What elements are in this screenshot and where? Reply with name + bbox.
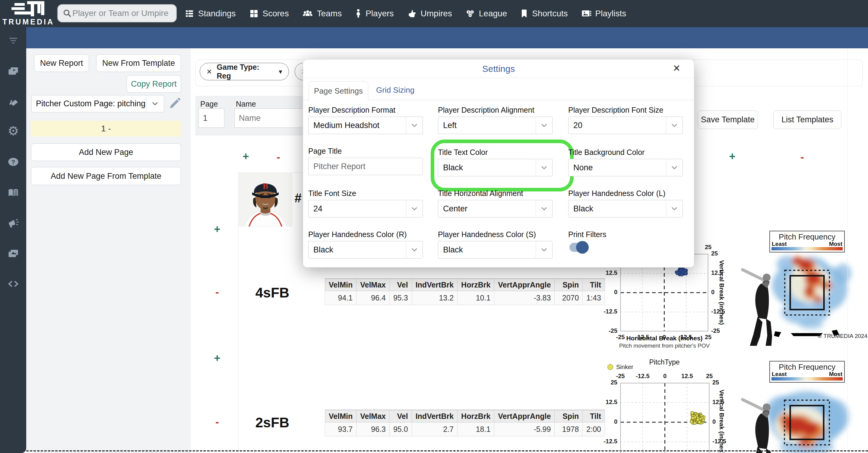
pitch-type-label: 4sFB — [250, 284, 295, 301]
nav-standings[interactable]: Standings — [185, 9, 236, 19]
code-icon[interactable] — [7, 278, 19, 290]
player-handedness-color-l-select[interactable]: Black — [568, 200, 683, 218]
add-column-button[interactable]: + — [727, 150, 737, 163]
field-label: Player Description Format — [308, 106, 395, 114]
svg-text:B: B — [263, 181, 268, 191]
scale-max-label: Most — [829, 241, 843, 247]
print-filters-toggle[interactable] — [569, 243, 587, 252]
report-toolbar-strip — [26, 27, 868, 48]
copyright-credit: © TRUMEDIA 2024 — [818, 333, 867, 339]
axis-tick-label: 25 — [712, 379, 736, 386]
report-select[interactable]: Pitcher Custom Page: pitching -... — [31, 95, 164, 112]
page-list-item-active[interactable]: 1 - — [31, 121, 181, 137]
remove-row-button[interactable]: - — [212, 416, 222, 428]
title-text-color-select[interactable]: Black — [438, 159, 553, 176]
search-input[interactable] — [72, 8, 169, 19]
player-description-format-select[interactable]: Medium Headshot — [308, 117, 423, 134]
gear-icon[interactable]: ⚙ — [7, 125, 19, 137]
col-header[interactable]: VertApprAngle — [494, 410, 555, 423]
axis-tick-label: -12.5 — [594, 438, 617, 445]
league-icon — [465, 9, 475, 19]
title-background-color-select[interactable]: None — [568, 159, 683, 176]
save-template-button[interactable]: Save Template — [698, 111, 758, 129]
stat-cell: 2070 — [555, 291, 583, 305]
remove-column-button[interactable]: - — [273, 151, 283, 163]
trumedia-logo[interactable]: TRUMEDIA — [2, 1, 53, 27]
col-header[interactable]: VelMin — [325, 410, 356, 423]
nav-umpires[interactable]: Umpires — [407, 9, 452, 19]
nav-scores[interactable]: Scores — [249, 9, 289, 19]
col-header[interactable]: VertApprAngle — [494, 279, 555, 291]
scatter2-legend: Sinker — [608, 364, 633, 371]
nav-playlists[interactable]: Playlists — [581, 9, 626, 19]
left-icon-sidebar: ⚙ ? — [0, 27, 26, 453]
axis-tick-label: 25 — [696, 334, 720, 341]
chevron-down-icon — [536, 159, 552, 176]
image-gallery-icon[interactable] — [7, 247, 19, 259]
col-header[interactable]: HorzBrk — [458, 279, 494, 291]
player-description-font-size-select[interactable]: 20 — [568, 117, 683, 134]
scale-min-label: Least — [772, 241, 787, 247]
tab-grid-sizing[interactable]: Grid Sizing — [376, 85, 414, 95]
chevron-down-icon — [406, 200, 423, 217]
remove-filter-icon[interactable]: × — [207, 66, 212, 77]
nav-teams[interactable]: Teams — [302, 9, 342, 19]
col-header[interactable]: Spin — [555, 279, 583, 291]
umpires-icon — [407, 9, 417, 19]
tab-page-settings[interactable]: Page Settings — [309, 81, 368, 101]
col-header[interactable]: Vel — [390, 410, 412, 423]
add-new-page-from-template-button[interactable]: Add New Page From Template — [31, 167, 181, 185]
page-title-input[interactable] — [308, 158, 423, 175]
page-number-input[interactable] — [198, 108, 224, 128]
nav-shortcuts[interactable]: Shortcuts — [520, 9, 568, 19]
new-from-template-button[interactable]: New From Template — [96, 54, 181, 72]
player-description-alignment-select[interactable]: Left — [438, 117, 553, 134]
stat-cell: 1978 — [555, 423, 583, 436]
title-font-size-select[interactable]: 24 — [308, 200, 423, 218]
col-header[interactable]: Vel — [390, 279, 412, 291]
svg-text:?: ? — [11, 159, 16, 166]
col-header[interactable]: HorzBrk — [458, 410, 494, 423]
help-icon[interactable]: ? — [7, 156, 19, 168]
copy-report-button[interactable]: Copy Report — [127, 75, 181, 93]
col-header[interactable]: VelMin — [325, 279, 356, 291]
col-header[interactable]: VelMax — [356, 279, 390, 291]
player-handedness-color-s-select[interactable]: Black — [438, 241, 553, 258]
add-new-page-button[interactable]: Add New Page — [31, 143, 181, 161]
close-icon[interactable]: × — [673, 62, 680, 74]
edit-report-name-icon[interactable] — [168, 97, 181, 111]
legend-swatch-sinker — [608, 364, 613, 370]
nav-league[interactable]: League — [465, 9, 507, 19]
remove-row-button[interactable]: - — [212, 286, 222, 299]
video-reel-icon[interactable] — [7, 65, 19, 77]
add-row-button[interactable]: + — [212, 223, 222, 235]
filter-chip-game-type[interactable]: × Game Type: Reg ▾ — [200, 63, 289, 80]
new-report-button[interactable]: New Report — [34, 54, 89, 72]
flashcards-icon[interactable] — [7, 95, 19, 108]
global-search[interactable] — [57, 4, 177, 22]
chevron-down-icon — [406, 241, 423, 258]
filter-icon[interactable] — [7, 34, 19, 47]
title-horizontal-alignment-select[interactable]: Center — [438, 200, 553, 218]
col-header[interactable]: Spin — [555, 410, 583, 423]
add-column-button[interactable]: + — [241, 150, 251, 163]
standings-icon — [185, 9, 194, 19]
stat-cell: 10.1 — [458, 291, 494, 305]
col-header[interactable]: VelMax — [356, 410, 390, 423]
axis-tick-label: -25 — [594, 328, 617, 334]
page-field-label: Page — [200, 100, 218, 108]
content-right-border — [847, 48, 848, 450]
col-header[interactable]: IndVertBrk — [412, 410, 457, 423]
nav-players[interactable]: Players — [355, 9, 394, 19]
col-header[interactable]: IndVertBrk — [412, 279, 457, 291]
brand-name: TRUMEDIA — [2, 18, 53, 26]
book-icon[interactable] — [7, 187, 19, 199]
remove-column-button[interactable]: - — [797, 151, 807, 163]
player-headshot: B — [239, 173, 292, 227]
player-handedness-color-r-select[interactable]: Black — [308, 241, 423, 258]
add-row-button[interactable]: + — [212, 352, 222, 365]
list-templates-button[interactable]: List Templates — [773, 111, 841, 129]
megaphone-icon[interactable] — [7, 217, 19, 229]
axis-tick-label: 25 — [697, 373, 721, 379]
axis-tick-label: 12.5 — [711, 270, 735, 276]
